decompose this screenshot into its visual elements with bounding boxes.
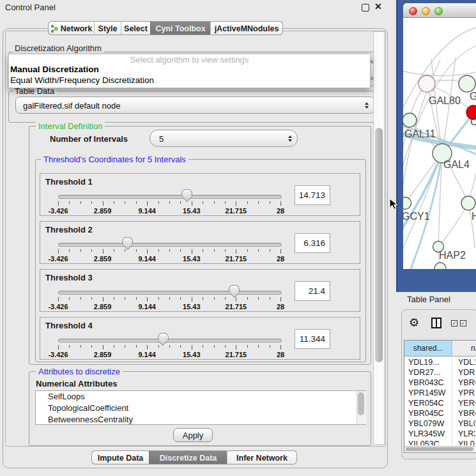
threshold-slider-thumb[interactable] [158, 333, 169, 341]
number-of-intervals-combo[interactable]: 5 [150, 130, 298, 147]
slider-tick [236, 297, 236, 302]
slider-tick-label: 15.43 [176, 351, 208, 358]
slider-tick [192, 201, 192, 206]
network-edge[interactable] [438, 203, 468, 247]
dropdown-option-manual-discretization[interactable]: Manual Discretization [10, 65, 369, 75]
slider-tick [180, 345, 181, 348]
cell-shared-name: YBR043C [404, 378, 452, 388]
table-data-combo[interactable]: galFiltered.sif default node [15, 96, 374, 114]
network-node[interactable] [461, 196, 475, 210]
slider-tick [247, 345, 248, 348]
cell-name: YLR3 [453, 429, 475, 439]
network-node[interactable] [459, 75, 475, 92]
checkbox-icon[interactable]: ✓ [460, 320, 466, 326]
float-window-icon[interactable] [362, 4, 369, 12]
table-row[interactable]: YIL053CYIL0 [404, 439, 475, 445]
tab-cyni-toolbox[interactable]: Cyni Toolbox [150, 21, 210, 35]
slider-tick [114, 345, 114, 348]
slider-tick [158, 345, 159, 348]
slider-tick-label: 2.859 [87, 351, 119, 358]
checkbox-icon[interactable]: ✓ [451, 320, 457, 326]
threshold-slider-thumb[interactable] [181, 189, 192, 197]
cell-name: YIL0 [453, 439, 475, 445]
slider-tick [192, 297, 192, 302]
dropdown-option-equal-width-frequency-discretization[interactable]: Equal Width/Frequency Discretization [10, 75, 369, 86]
cell-name: YDR2 [453, 367, 475, 378]
table-row[interactable]: YBR043CYBR0 [404, 378, 475, 388]
threshold-label: Threshold 4 [45, 321, 93, 330]
attributes-group-title: Attributes to discretize [36, 367, 123, 376]
threshold-value-field[interactable]: 14.713 [295, 185, 330, 205]
slider-tick [225, 345, 226, 348]
network-node[interactable] [418, 75, 435, 92]
threshold-slider-track[interactable] [58, 195, 282, 199]
tab-jactivemnodules[interactable]: jActiveMNodules [210, 21, 283, 35]
threshold-value-field[interactable]: 6.316 [295, 233, 330, 253]
slider-tick [91, 345, 92, 348]
columns-icon[interactable] [431, 318, 441, 328]
tab-infer-network[interactable]: Infer Network [227, 450, 297, 464]
slider-tick [81, 297, 81, 300]
zoom-traffic-light-icon[interactable] [434, 7, 443, 15]
table-horizontal-scrollbar-thumb[interactable] [406, 447, 473, 451]
close-traffic-light-icon[interactable] [409, 7, 417, 15]
threshold-value-field[interactable]: 21.4 [295, 281, 330, 301]
main-scrollbar-thumb[interactable] [375, 128, 383, 362]
slider-tick [136, 201, 137, 204]
slider-tick-label: 28 [265, 303, 296, 311]
slider-tick [158, 297, 159, 300]
dropdown-placeholder: Select algorithm to view settings [9, 55, 370, 65]
tab-impute-data[interactable]: Impute Data [91, 450, 149, 464]
attribute-list-item[interactable]: BetweennessCentrality [36, 414, 365, 425]
minimize-traffic-light-icon[interactable] [422, 7, 430, 15]
slider-tick [58, 201, 59, 206]
network-icon [50, 24, 58, 33]
table-row[interactable]: YDR27...YDR2 [404, 367, 475, 378]
column-header-name[interactable]: na [453, 341, 476, 357]
tab-discretize-data[interactable]: Discretize Data [149, 450, 227, 464]
table-row[interactable]: YBL079WYBL0 [404, 418, 475, 429]
threshold-value-field[interactable]: 11.344 [295, 329, 330, 349]
threshold-slider-track[interactable] [58, 243, 282, 247]
network-node[interactable] [434, 263, 446, 269]
slider-tick [280, 201, 281, 206]
threshold-slider-thumb[interactable] [229, 285, 240, 293]
attributes-list-scrollbar-thumb[interactable] [358, 392, 364, 415]
close-icon[interactable]: ✕ [374, 1, 382, 12]
network-node-label: G [470, 91, 476, 102]
network-node[interactable] [403, 197, 411, 210]
gear-icon[interactable]: ⚙ [409, 316, 419, 330]
tab-label: Network [61, 24, 92, 33]
mouse-cursor [389, 198, 398, 211]
cell-shared-name: YIL053C [404, 439, 452, 445]
column-header-shared-name[interactable]: shared... [404, 341, 452, 357]
slider-tick [114, 297, 114, 300]
table-row[interactable]: YLR345WYLR3 [404, 429, 475, 439]
attribute-list-item[interactable]: TopologicalCoefficient [36, 403, 365, 414]
slider-tick-label: -3.426 [42, 255, 74, 263]
app-root: Control Panel ✕ NetworkStyleSelectCyni T… [0, 0, 476, 476]
threshold-slider-track[interactable] [58, 339, 282, 342]
network-canvas[interactable]: GAL80GCGAL11GAL4GCY1HHAP2 [403, 18, 476, 269]
numerical-attributes-list[interactable]: SelfLoopsTopologicalCoefficientBetweenne… [35, 390, 366, 425]
table-row[interactable]: YER054CYER0 [404, 398, 475, 408]
slider-tick [91, 249, 92, 252]
tab-network[interactable]: Network [48, 21, 94, 35]
tab-style[interactable]: Style [94, 21, 121, 35]
table-row[interactable]: YBR045CYBR0 [404, 408, 475, 418]
slider-tick [258, 345, 259, 348]
slider-tick-label: 2.859 [87, 303, 119, 311]
apply-button[interactable]: Apply [173, 428, 213, 442]
table-row[interactable]: YDL19...YDL1 [404, 357, 475, 367]
slider-tick [192, 345, 192, 349]
threshold-slider-track[interactable] [58, 291, 282, 295]
network-node[interactable] [403, 113, 417, 127]
tab-select[interactable]: Select [121, 21, 150, 35]
slider-tick-label: 28 [265, 207, 296, 215]
slider-tick [203, 201, 203, 204]
table-row[interactable]: YPR145WYPR1 [404, 388, 475, 398]
network-edge[interactable] [403, 70, 476, 76]
threshold-slider-thumb[interactable] [122, 237, 133, 245]
slider-tick-label: 15.43 [176, 303, 208, 311]
attribute-list-item[interactable]: SelfLoops [36, 391, 365, 403]
